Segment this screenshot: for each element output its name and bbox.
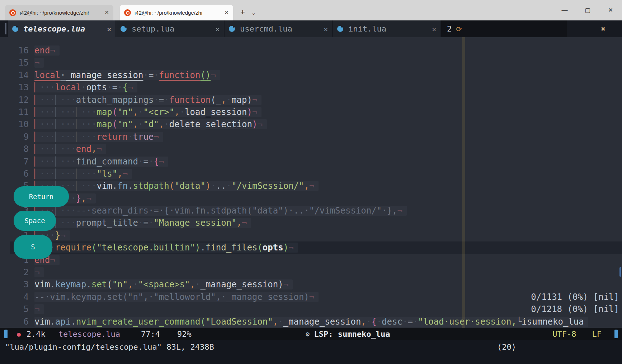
lua-file-icon [121, 26, 127, 32]
line-number: 16 [10, 44, 29, 57]
code-rows: 16end¬15¬14local·_manage_session·=·funct… [0, 37, 622, 328]
code-text[interactable]: ▏···▏···▏···vim.fn.stdpath("data")·..·"/… [34, 181, 319, 191]
line-number: 10 [10, 118, 29, 130]
buffer-name: usercmd.lua [240, 24, 292, 33]
code-line: 6vim.api.nvim_create_user_command("LoadS… [10, 316, 622, 328]
minimize-button[interactable]: — [553, 0, 576, 20]
code-text[interactable]: ▏···▏···attach_mappings·=·function(_,·ma… [34, 95, 261, 105]
gear-icon: ⚙ [306, 330, 310, 338]
code-line: 16end¬ [10, 44, 622, 57]
close-tab-icon[interactable]: ✕ [224, 9, 229, 16]
line-number: 12 [10, 94, 29, 106]
buffer-tab[interactable]: setup.lua✕ [116, 20, 224, 37]
file-encoding: UTF-8 [552, 330, 576, 339]
lua-file-icon [12, 26, 18, 32]
close-buffer-icon[interactable]: ✕ [107, 25, 111, 33]
pending-keys: ⟨20⟩ [497, 343, 516, 351]
code-text[interactable]: vim.keymap.set("n",·"<space>s",·_manage_… [34, 279, 293, 289]
ubuntu-icon [9, 9, 16, 16]
code-line: 3vim.keymap.set("n",·"<space>s",·_manage… [10, 278, 622, 291]
code-text[interactable]: ▏···▏···prompt_title·=·"Manage session",… [34, 218, 251, 228]
code-line: 6▏···▏···▏···"ls",¬ [10, 168, 622, 180]
new-tab-button[interactable]: + [240, 8, 245, 17]
tab-dropdown-button[interactable]: ⌄ [251, 10, 256, 16]
terminal-tab[interactable]: i42@hi: ~/pro/knowledge/zhił✕ [5, 5, 113, 20]
code-text[interactable]: ¬ [34, 58, 44, 68]
file-info-message: "lua/plugin-config/telescope.lua" 83L, 2… [5, 343, 214, 351]
line-number: 6 [10, 168, 29, 180]
code-line: 14local·_manage_session·=·function()¬ [10, 69, 622, 81]
cursor-position: 77:4 [141, 330, 160, 339]
scroll-percent: 92% [177, 330, 192, 339]
close-buffer-icon[interactable]: ✕ [324, 25, 328, 33]
code-text[interactable]: ▏···local·opts·=·{¬ [34, 82, 137, 92]
close-tab-icon[interactable]: ✕ [104, 9, 109, 16]
ubuntu-icon [124, 9, 131, 16]
keypress-bubble: Return [14, 186, 69, 207]
line-number: 13 [10, 81, 29, 94]
nvim-tabline: telescope.lua✕setup.lua✕usercmd.lua✕init… [0, 20, 622, 37]
lua-file-icon [229, 26, 235, 32]
code-text[interactable]: ▏···▏···find_command·=·{¬ [34, 157, 168, 167]
statusline-right-bar [614, 330, 618, 338]
editor-area: 16end¬15¬14local·_manage_session·=·funct… [0, 37, 622, 328]
code-text[interactable]: ▏···▏···▏···map("n",·"d",·delete_selecti… [34, 119, 267, 129]
buffer-tab[interactable]: init.lua✕ [333, 20, 440, 37]
tab-count: 2 [447, 24, 452, 33]
terminal-tab[interactable]: i42@hi: ~/pro/knowledge/zhi✕ [120, 5, 233, 20]
code-text[interactable]: ¬ [34, 267, 44, 277]
tab-counter[interactable]: 2 ⟳ [441, 20, 567, 37]
code-line: 77▏···require("telescope.builtin").find_… [10, 241, 622, 254]
line-number: 3 [10, 278, 29, 291]
code-text[interactable]: end¬ [34, 46, 60, 56]
line-number: 11 [10, 106, 29, 118]
code-line: 9▏···▏···▏···return·true¬ [10, 131, 622, 143]
close-buffer-icon[interactable]: ✕ [216, 25, 220, 33]
terminal-tab-title: i42@hi: ~/pro/knowledge/zhił [20, 10, 102, 16]
code-line: 11▏···▏···▏···map("n",·"<cr>",·load_sess… [10, 106, 622, 118]
buffer-tab[interactable]: usercmd.lua✕ [225, 20, 332, 37]
line-number: 2 [10, 266, 29, 278]
code-line: 15¬ [10, 57, 622, 69]
code-text[interactable]: ▏···▏···--·search_dirs·=·{·vim.fn.stdpat… [34, 206, 407, 216]
code-text[interactable]: ▏···▏···▏···"ls",¬ [34, 169, 132, 179]
scrollbar-mark[interactable] [619, 267, 621, 277]
buffer-tab[interactable]: telescope.lua✕ [8, 20, 116, 37]
code-line: 2¬ [10, 266, 622, 278]
line-number: 6 [10, 316, 29, 328]
code-text[interactable]: local·_manage_session·=·function()¬ [34, 70, 220, 80]
code-line: 1end¬ [10, 254, 622, 266]
close-buffer-icon[interactable]: ✕ [432, 25, 436, 33]
lsp-status: ⚙ LSP: sumneko_lua [306, 328, 390, 340]
statusline: ● 2.4k telescope.lua 77:4 92% ⚙ LSP: sum… [0, 328, 622, 340]
code-text[interactable]: vim.api.nvim_create_user_command("LoadSe… [34, 317, 588, 327]
line-ending: LF [592, 330, 602, 339]
code-text[interactable]: ▏···▏···end,¬ [34, 144, 106, 154]
command-line: "lua/plugin-config/telescope.lua" 83L, 2… [0, 340, 622, 364]
statusline-stat: 2.4k [27, 330, 46, 339]
code-line: 7▏···▏···find_command·=·{¬ [10, 155, 622, 168]
line-number: 8 [10, 143, 29, 155]
terminal-window: i42@hi: ~/pro/knowledge/zhił✕i42@hi: ~/p… [0, 0, 622, 364]
close-window-button[interactable]: ✕ [599, 0, 622, 20]
code-line: 2▏···▏···prompt_title·=·"Manage session"… [10, 217, 622, 229]
statusline-left-bar [4, 330, 8, 338]
code-text[interactable]: --·vim.keymap.set("n",·"melloworld",·_ma… [34, 292, 319, 302]
line-number: 15 [10, 57, 29, 69]
code-text[interactable]: ▏···▏···▏···map("n",·"<cr>",·load_sessio… [34, 107, 261, 117]
code-text[interactable]: ▏···require("telescope.builtin").find_fi… [34, 243, 298, 253]
tabline-spacer [567, 20, 601, 37]
lsp-server-label: LSP: sumneko_lua [314, 330, 390, 339]
titlebar: i42@hi: ~/pro/knowledge/zhił✕i42@hi: ~/p… [0, 0, 622, 20]
code-text[interactable]: ▏···▏···▏···return·true¬ [34, 132, 163, 142]
buffer-name: telescope.lua [23, 24, 85, 33]
code-line: 13▏···local·opts·=·{¬ [10, 81, 622, 94]
virtual-text: 0/1131 (0%) [nil] [531, 291, 619, 303]
virtual-text: 0/1218 (0%) [nil] [531, 303, 619, 315]
maximize-button[interactable]: ▢ [576, 0, 599, 20]
code-text[interactable]: ¬ [34, 304, 44, 314]
close-all-icon[interactable]: ✖ [601, 25, 605, 33]
line-number: 4 [10, 291, 29, 303]
buffer-name: setup.lua [132, 24, 174, 33]
code-line: 8▏···▏···end,¬ [10, 143, 622, 155]
